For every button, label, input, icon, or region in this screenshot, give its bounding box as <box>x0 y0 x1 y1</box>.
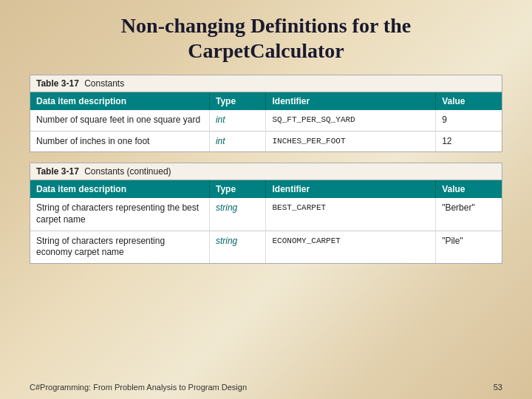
table2-caption-label: Table 3-17 <box>36 166 79 177</box>
cell-type: string <box>209 231 266 263</box>
table1: Data item description Type Identifier Va… <box>30 92 502 151</box>
table2-header-description: Data item description <box>30 180 209 198</box>
title-line1: Non-changing Definitions for the <box>121 14 411 37</box>
table2-caption: Table 3-17 Constants (continued) <box>30 163 502 180</box>
cell-identifier: SQ_FT_PER_SQ_YARD <box>266 110 436 131</box>
table1-header-value: Value <box>436 92 502 110</box>
slide-container: Non-changing Definitions for the CarpetC… <box>0 0 532 399</box>
table2: Data item description Type Identifier Va… <box>30 180 502 262</box>
table2-header-type: Type <box>209 180 266 198</box>
table1-section: Table 3-17 Constants Data item descripti… <box>30 75 502 152</box>
table1-caption-text: Constants <box>84 78 124 89</box>
cell-value: "Berber" <box>436 198 502 231</box>
cell-value: "Pile" <box>436 231 502 263</box>
table2-header-value: Value <box>436 180 502 198</box>
cell-description: Number of inches in one foot <box>30 131 209 151</box>
cell-identifier: ECONOMY_CARPET <box>266 231 436 263</box>
cell-type: int <box>209 131 266 151</box>
table-row: Number of square feet in one square yard… <box>30 110 502 131</box>
cell-description: Number of square feet in one square yard <box>30 110 209 131</box>
title-line2: CarpetCalculator <box>188 39 344 62</box>
cell-description: String of characters representing econom… <box>30 231 209 263</box>
table1-caption-label: Table 3-17 <box>36 78 79 89</box>
table2-body: String of characters representing the be… <box>30 198 502 262</box>
slide-title: Non-changing Definitions for the CarpetC… <box>121 13 411 63</box>
table1-header-row: Data item description Type Identifier Va… <box>30 92 502 110</box>
table-row: String of characters representing econom… <box>30 231 502 263</box>
table-row: String of characters representing the be… <box>30 198 502 231</box>
table1-caption: Table 3-17 Constants <box>30 75 502 92</box>
table1-header-identifier: Identifier <box>266 92 436 110</box>
table1-header-description: Data item description <box>30 92 209 110</box>
table2-caption-text: Constants (continued) <box>84 166 171 177</box>
cell-identifier: INCHES_PER_FOOT <box>266 131 436 151</box>
table2-section: Table 3-17 Constants (continued) Data it… <box>30 163 502 263</box>
cell-value: 12 <box>436 131 502 151</box>
cell-value: 9 <box>436 110 502 131</box>
cell-identifier: BEST_CARPET <box>266 198 436 231</box>
table1-body: Number of square feet in one square yard… <box>30 110 502 151</box>
cell-type: int <box>209 110 266 131</box>
cell-description: String of characters representing the be… <box>30 198 209 231</box>
table1-header-type: Type <box>209 92 266 110</box>
cell-type: string <box>209 198 266 231</box>
table2-header-row: Data item description Type Identifier Va… <box>30 180 502 198</box>
table2-header-identifier: Identifier <box>266 180 436 198</box>
table-row: Number of inches in one foot int INCHES_… <box>30 131 502 151</box>
